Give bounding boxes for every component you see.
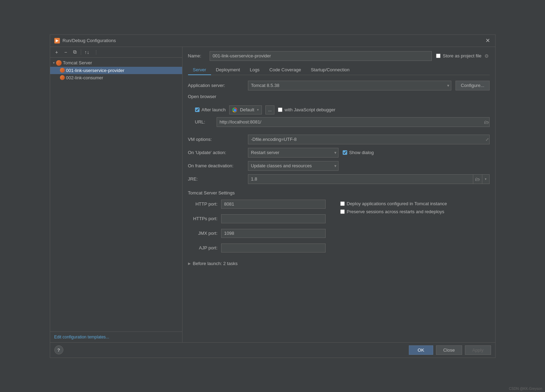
js-debugger-checkbox[interactable] (278, 107, 282, 112)
remove-configuration-button[interactable]: − (62, 48, 70, 56)
tree-item-label-002: 002-link-consumer (66, 75, 103, 80)
name-row: Name: Store as project file ⚙ (188, 51, 490, 61)
ajp-port-input[interactable] (221, 243, 326, 253)
url-input[interactable] (217, 117, 490, 127)
after-launch-checkbox[interactable] (195, 107, 200, 112)
vm-options-label: VM options: (188, 137, 244, 142)
after-launch-checkbox-label[interactable]: After launch (195, 107, 226, 112)
tree-item-001[interactable]: 001-link-userservice-provider (50, 67, 182, 74)
deploy-apps-checkbox[interactable] (340, 201, 345, 206)
on-update-select-wrapper: Restart server Redeploy Update classes a… (248, 148, 338, 158)
preserve-sessions-checkbox[interactable] (340, 209, 345, 214)
http-port-input[interactable] (221, 200, 326, 209)
on-update-select[interactable]: Restart server Redeploy Update classes a… (248, 148, 338, 158)
help-button[interactable]: ? (54, 345, 63, 354)
jmx-port-group: JMX port: (188, 229, 326, 238)
bottom-bar: ? OK Close Apply (50, 342, 495, 358)
before-launch-section[interactable]: ▶ Before launch: 2 tasks (188, 261, 490, 266)
copy-configuration-button[interactable]: ⧉ (71, 48, 79, 56)
store-as-project-checkbox[interactable] (436, 54, 441, 58)
move-configuration-button[interactable]: ↑↓ (83, 48, 91, 56)
on-frame-deactivation-select[interactable]: Update classes and resources Do nothing … (248, 161, 338, 171)
browser-dots-button[interactable]: ... (265, 105, 274, 114)
tab-bar: Server Deployment Logs Code Coverage Sta… (188, 65, 490, 75)
tab-startup-connection[interactable]: Startup/Connection (306, 65, 354, 75)
titlebar-left: ▶ Run/Debug Configurations (54, 38, 116, 43)
jmx-port-row: JMX port: (188, 229, 326, 238)
close-button[interactable]: Close (436, 345, 462, 355)
watermark: CSDN @KK-Greyson (509, 387, 542, 391)
https-port-input[interactable] (221, 214, 326, 223)
show-dialog-row: Show dialog (343, 150, 374, 155)
after-launch-row: After launch Default ▾ ... with JavaScri… (195, 105, 490, 114)
jre-input[interactable] (248, 174, 473, 184)
name-input[interactable] (210, 51, 432, 61)
url-row: URL: 🗁 (195, 117, 490, 127)
tree-group-tomcat[interactable]: ▾ Tomcat Server (50, 59, 182, 67)
url-folder-icon[interactable]: 🗁 (484, 119, 489, 125)
tree-item-002[interactable]: 002-link-consumer (50, 74, 182, 81)
tab-deployment[interactable]: Deployment (211, 65, 245, 75)
http-port-row: HTTP port: (188, 200, 326, 209)
https-port-label: HTTPs port: (188, 216, 218, 221)
more-options-button[interactable]: ⋮ (92, 48, 100, 56)
main-content: + − ⧉ ↑↓ ⋮ ▾ Tomcat Server 001-link-user… (50, 47, 495, 342)
http-port-label: HTTP port: (188, 201, 218, 207)
store-as-project-row: Store as project file ⚙ (436, 53, 489, 59)
tomcat-settings-section: Tomcat Server Settings HTTP port: HTTPs … (188, 190, 490, 255)
ajp-port-row: AJP port: (188, 243, 326, 253)
vm-options-input[interactable] (248, 135, 490, 144)
show-dialog-checkbox[interactable] (343, 150, 347, 155)
configure-button[interactable]: Configure... (456, 81, 489, 90)
tab-logs[interactable]: Logs (245, 65, 264, 75)
app-server-select-wrapper: Tomcat 8.5.38 (248, 81, 452, 90)
right-checkboxes: Deploy applications configured in Tomcat… (340, 201, 447, 214)
preserve-sessions-checkbox-label[interactable]: Preserve sessions across restarts and re… (340, 209, 447, 214)
browser-dropdown[interactable]: Default ▾ (229, 105, 262, 114)
store-as-project-label: Store as project file (443, 53, 481, 58)
add-configuration-button[interactable]: + (53, 48, 61, 56)
show-dialog-checkbox-label[interactable]: Show dialog (343, 150, 374, 155)
vm-expand-icon[interactable]: ⤢ (485, 137, 489, 142)
js-debugger-checkbox-label[interactable]: with JavaScript debugger (278, 107, 335, 112)
open-browser-label: Open browser (188, 94, 217, 99)
jre-row: JRE: 🗁 ▾ (188, 174, 490, 184)
edit-templates-link[interactable]: Edit configuration templates... (50, 331, 182, 342)
configuration-tree: ▾ Tomcat Server 001-link-userservice-pro… (50, 58, 182, 331)
show-dialog-label: Show dialog (349, 150, 374, 155)
preserve-sessions-label: Preserve sessions across restarts and re… (347, 209, 444, 214)
name-label: Name: (188, 53, 205, 58)
open-browser-label-row: Open browser (188, 94, 490, 102)
tomcat-settings-title: Tomcat Server Settings (188, 190, 490, 195)
chevron-down-icon: ▾ (257, 108, 259, 112)
tomcat-icon (56, 60, 62, 66)
apply-button[interactable]: Apply (465, 345, 491, 355)
ports-col: HTTP port: HTTPs port: (188, 200, 326, 255)
jmx-port-input[interactable] (221, 229, 326, 238)
ok-button[interactable]: OK (409, 345, 433, 355)
on-frame-deactivation-label: On frame deactivation: (188, 163, 244, 168)
deploy-apps-label: Deploy applications configured in Tomcat… (347, 201, 447, 206)
tab-code-coverage[interactable]: Code Coverage (264, 65, 306, 75)
on-update-row: On 'Update' action: Restart server Redep… (188, 148, 490, 158)
toolbar: + − ⧉ ↑↓ ⋮ (50, 47, 182, 58)
https-port-row: HTTPs port: (188, 214, 326, 223)
https-port-group: HTTPs port: (188, 214, 326, 223)
tab-server[interactable]: Server (188, 65, 211, 75)
tree-item-label-001: 001-link-userservice-provider (66, 68, 125, 73)
url-label: URL: (195, 119, 212, 125)
gear-icon[interactable]: ⚙ (484, 53, 490, 59)
app-server-select[interactable]: Tomcat 8.5.38 (248, 81, 452, 90)
on-update-label: On 'Update' action: (188, 150, 244, 155)
jre-folder-icon[interactable]: 🗁 (473, 174, 482, 184)
before-launch-label: Before launch: 2 tasks (193, 261, 238, 266)
browser-label: Default (240, 107, 254, 112)
url-input-wrapper: 🗁 (217, 117, 490, 127)
titlebar: ▶ Run/Debug Configurations ✕ (50, 35, 495, 47)
close-icon[interactable]: ✕ (485, 38, 491, 44)
jre-dropdown-icon[interactable]: ▾ (482, 174, 490, 184)
tomcat-icon (60, 68, 65, 73)
open-browser-section: Open browser After launch Default ▾ ... (188, 94, 490, 131)
deploy-apps-checkbox-label[interactable]: Deploy applications configured in Tomcat… (340, 201, 447, 206)
toolbar-separator (81, 49, 81, 55)
